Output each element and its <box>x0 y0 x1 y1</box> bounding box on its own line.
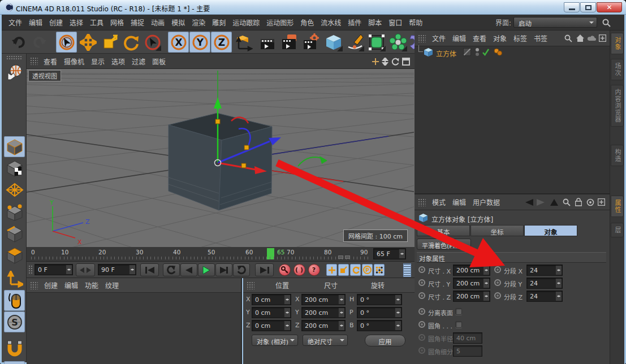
mat-menu-create[interactable]: 创建 <box>41 280 61 290</box>
segments-x-field[interactable]: 24 <box>526 265 563 276</box>
key-rotation-button[interactable] <box>350 264 361 276</box>
history-back-icon[interactable] <box>525 199 533 206</box>
key-pla-button[interactable] <box>374 264 385 276</box>
enable-axis-button[interactable] <box>4 268 25 289</box>
vp-menu-camera[interactable]: 摄像机 <box>61 57 88 66</box>
polygons-mode-button[interactable] <box>4 245 25 266</box>
keyframe-circle[interactable] <box>418 266 425 273</box>
model-mode-button[interactable] <box>4 136 25 157</box>
keyframe-selection-button[interactable]: S <box>4 311 25 332</box>
tab-basic[interactable]: 基本 <box>417 225 470 236</box>
keyframe-circle[interactable] <box>418 279 425 286</box>
search-icon[interactable] <box>602 19 611 27</box>
vp-menu-panel[interactable]: 面板 <box>149 57 169 66</box>
menu-edit[interactable]: 编辑 <box>25 18 46 27</box>
mouse-input-button[interactable] <box>4 290 25 311</box>
viewport-canvas[interactable]: Y Z X <box>27 69 415 247</box>
viewport-rotate-icon[interactable] <box>391 58 399 66</box>
keyframe-circle[interactable] <box>494 279 501 286</box>
vp-menu-options[interactable]: 选项 <box>108 57 128 66</box>
up-level-icon[interactable] <box>550 199 558 206</box>
pos-y-field[interactable]: 0 cm <box>252 307 291 318</box>
menu-character[interactable]: 角色 <box>297 18 317 27</box>
history-forward-icon[interactable] <box>537 199 545 206</box>
rot-b-field[interactable]: 0 ° <box>357 320 402 331</box>
end-frame-field[interactable]: 90 F <box>98 264 136 275</box>
render-view-button[interactable] <box>257 32 278 53</box>
minimize-button[interactable] <box>564 2 580 12</box>
title-bar[interactable]: CINEMA 4D R18.011 Studio (RC - R18) - [未… <box>0 0 626 15</box>
add-cube-primitive-button[interactable] <box>323 32 344 53</box>
menu-snap[interactable]: 捕捉 <box>127 18 148 27</box>
record-keyframe-button[interactable] <box>278 263 291 276</box>
tab-object[interactable]: 对象 <box>524 225 577 236</box>
am-menu-userdata[interactable]: 用户数据 <box>469 197 503 207</box>
tab-content-browser[interactable]: 内容浏览器 <box>611 85 624 127</box>
menu-mesh[interactable]: 网格 <box>107 18 127 27</box>
menu-select[interactable]: 选择 <box>66 18 87 27</box>
key-scale-button[interactable] <box>338 264 349 276</box>
keyframe-circle[interactable] <box>418 308 425 315</box>
rotate-tool-button[interactable] <box>120 32 141 53</box>
size-y-field[interactable]: 200 cm <box>301 307 346 318</box>
apply-button[interactable]: 应用 <box>365 335 405 346</box>
subdivision-surface-button[interactable] <box>366 32 387 53</box>
timeline-strip-button[interactable] <box>403 263 411 277</box>
keyframe-circle[interactable] <box>494 266 501 273</box>
size-z-field[interactable]: 200 cm <box>453 291 490 302</box>
segments-y-field[interactable]: 24 <box>526 278 563 289</box>
key-parameter-button[interactable]: P <box>362 264 373 276</box>
next-frame-button[interactable] <box>215 263 232 276</box>
rot-p-field[interactable]: 0 ° <box>357 307 402 318</box>
material-list-area[interactable] <box>27 293 241 364</box>
live-selection-button[interactable] <box>56 32 77 53</box>
close-button[interactable]: ✕ <box>597 2 622 12</box>
mat-menu-function[interactable]: 功能 <box>81 280 102 290</box>
play-button[interactable] <box>198 263 215 276</box>
separate-surfaces-checkbox[interactable] <box>455 308 462 315</box>
fillet-checkbox[interactable] <box>455 321 462 328</box>
autokey-button[interactable]: ( ) <box>292 263 306 276</box>
start-frame-field[interactable]: 0 F <box>34 264 73 275</box>
menu-simulate[interactable]: 模拟 <box>168 18 188 27</box>
menu-motion-tracker[interactable]: 运动跟踪 <box>229 18 263 27</box>
mat-menu-edit[interactable]: 编辑 <box>61 280 81 290</box>
lock-icon[interactable] <box>575 198 582 206</box>
target-icon[interactable] <box>586 198 594 206</box>
tab-takes[interactable]: 场次 <box>611 59 624 80</box>
vp-menu-view[interactable]: 查看 <box>40 57 61 66</box>
vp-menu-filter[interactable]: 过滤 <box>128 57 149 66</box>
search-icon[interactable] <box>564 34 572 42</box>
move-tool-button[interactable] <box>77 32 98 53</box>
size-y-field[interactable]: 200 cm <box>453 278 490 289</box>
segments-z-field[interactable]: 24 <box>526 291 563 302</box>
render-visibility-dot[interactable] <box>476 53 479 56</box>
mat-menu-texture[interactable]: 纹理 <box>102 280 122 290</box>
interface-dropdown[interactable]: 启动 <box>513 17 597 28</box>
menu-create[interactable]: 创建 <box>46 18 66 27</box>
tab-structure[interactable]: 构造 <box>611 145 624 166</box>
snap-button[interactable] <box>4 337 25 358</box>
array-modifier-button[interactable] <box>387 32 408 53</box>
add-panel-icon[interactable] <box>599 34 606 42</box>
spline-pen-button[interactable] <box>344 32 365 53</box>
next-key-button[interactable] <box>233 263 250 276</box>
am-grip[interactable] <box>418 198 426 206</box>
previous-frame-button[interactable] <box>180 263 197 276</box>
end-spinner[interactable] <box>129 265 135 274</box>
range-scrub-button[interactable] <box>76 263 95 276</box>
current-frame-field[interactable]: 65 F <box>373 248 406 259</box>
tab-objects[interactable]: 对象 <box>611 33 624 54</box>
menu-animate[interactable]: 动画 <box>148 18 168 27</box>
lock-x-axis-button[interactable]: X <box>168 32 189 53</box>
size-z-field[interactable]: 200 cm <box>301 320 346 331</box>
tab-layers[interactable]: 层 <box>611 223 624 237</box>
phong-shading-button[interactable]: 平滑着色(Ph <box>417 239 471 250</box>
transport-grip[interactable] <box>28 265 33 275</box>
om-menu-objects[interactable]: 对象 <box>490 33 510 43</box>
object-row[interactable]: 立方体 <box>415 46 610 59</box>
menu-help[interactable]: 帮助 <box>405 18 426 27</box>
om-menu-tags[interactable]: 标签 <box>510 33 530 43</box>
material-grip[interactable] <box>30 281 38 289</box>
om-menu-bookmarks[interactable]: 书签 <box>530 33 551 43</box>
